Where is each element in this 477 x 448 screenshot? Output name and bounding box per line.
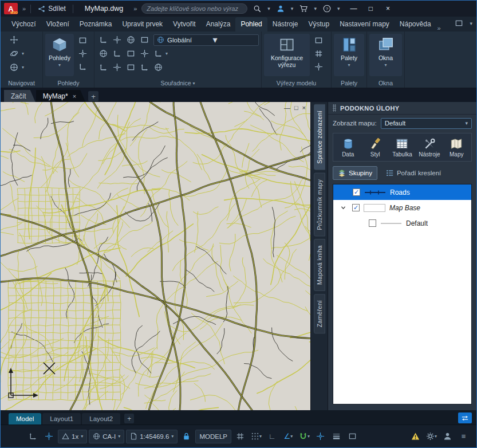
task-pane-grip[interactable]	[333, 104, 336, 112]
tab-vystup[interactable]: Výstup	[303, 17, 334, 32]
layout-tab-model[interactable]: Model	[9, 413, 41, 425]
graphics-performance-icon[interactable]	[408, 430, 423, 443]
tool-table-button[interactable]: Tabulka	[389, 136, 415, 159]
application-menu-button[interactable]: A M3D	[4, 3, 18, 14]
views-button[interactable]: Pohledy ▾	[45, 34, 74, 76]
share-button[interactable]: Sdílet	[34, 5, 69, 13]
store-caret-icon[interactable]: ▾	[313, 6, 317, 11]
help-icon[interactable]	[321, 2, 333, 15]
new-view-icon[interactable]	[76, 48, 89, 60]
panel-expand-caret-icon[interactable]: ▾	[193, 81, 195, 86]
ucs-world-icon[interactable]	[97, 48, 110, 60]
panel-label-views[interactable]: Pohledy	[43, 80, 94, 87]
close-button[interactable]: ×	[379, 1, 396, 17]
pan-icon[interactable]	[7, 34, 21, 46]
selection-cycling-toggle[interactable]	[345, 430, 360, 443]
layer-row-roads[interactable]: ✓ Roads	[333, 184, 471, 200]
side-tab-map-book[interactable]: Mapová kniha	[314, 239, 325, 291]
tab-vytvorit[interactable]: Vytvořit	[168, 17, 201, 32]
quick-access-expand-icon[interactable]: »	[21, 5, 27, 12]
grid-toggle[interactable]	[233, 430, 247, 443]
windows-button[interactable]: Okna ▾	[369, 34, 402, 76]
space-toggle-button[interactable]: MODELP	[195, 430, 231, 443]
ucs-y-rotate-icon[interactable]	[138, 61, 151, 73]
layout-tab-layout2[interactable]: Layout2	[82, 413, 120, 425]
cs-library-icon[interactable]	[124, 34, 137, 46]
ucs-x-rotate-icon[interactable]	[124, 61, 137, 73]
view-manager-icon[interactable]	[76, 34, 89, 46]
panel-label-navigate[interactable]: Navigovat	[1, 80, 42, 87]
drawing-minimize-icon[interactable]: —	[284, 105, 290, 111]
file-tab-start[interactable]: Začít	[4, 90, 36, 102]
tab-groups[interactable]: Skupiny	[333, 166, 377, 180]
ribbon-collapse-caret-icon[interactable]: ▾	[469, 21, 473, 26]
ucs-object-icon[interactable]	[111, 48, 124, 60]
file-tab-current[interactable]: MyMap* ×	[36, 90, 85, 102]
ucs-origin-icon[interactable]	[152, 48, 165, 60]
file-tab-close-icon[interactable]: ×	[73, 93, 76, 100]
lineweight-toggle[interactable]	[329, 430, 344, 443]
tab-vychozi[interactable]: Výchozí	[6, 17, 41, 32]
ucs-view-icon[interactable]	[138, 48, 151, 60]
help-caret-icon[interactable]: ▾	[337, 6, 341, 11]
layer-swatch-default[interactable]	[380, 219, 402, 227]
object-snap-tracking-toggle[interactable]	[313, 430, 328, 443]
steering-wheel-icon[interactable]	[7, 61, 21, 73]
drawing-restore-icon[interactable]: □	[294, 105, 298, 111]
tab-napoveda[interactable]: Nápověda	[395, 17, 436, 32]
tool-style-button[interactable]: Styl	[362, 136, 388, 159]
ucs-3point-icon[interactable]	[111, 61, 124, 73]
search-options-caret-icon[interactable]: ▾	[267, 6, 271, 11]
search-input[interactable]: Zadejte klíčové slovo nebo výraz	[141, 3, 247, 14]
tool-tools-button[interactable]: Nástroje	[417, 136, 442, 159]
drafting-settings-icon[interactable]	[42, 430, 56, 443]
workspace-switching-button[interactable]: ▾	[424, 430, 439, 443]
tab-upravit-prvek[interactable]: Upravit prvek	[117, 17, 168, 32]
app-store-cart-icon[interactable]	[297, 2, 310, 15]
side-tab-display-manager[interactable]: Správce zobrazení	[314, 104, 325, 170]
ortho-toggle[interactable]: ∟	[265, 430, 279, 443]
side-tab-map-explorer[interactable]: Průzkumník mapy	[314, 173, 325, 237]
tool-data-button[interactable]: Data	[336, 136, 361, 159]
ucs-caret-icon[interactable]: ▾	[165, 51, 168, 56]
new-drawing-button[interactable]: +	[88, 91, 98, 101]
panel-label-windows[interactable]: Okna	[367, 80, 404, 87]
side-tab-survey[interactable]: Zaměření	[314, 294, 325, 333]
tab-vlozeni[interactable]: Vložení	[41, 17, 74, 32]
object-snap-toggle[interactable]: ▾	[297, 430, 312, 443]
drawing-close-icon[interactable]: ×	[302, 105, 306, 111]
viewport-configuration-button[interactable]: Konfiguracevýřezu	[264, 34, 310, 76]
annotation-scale-button[interactable]: 1x ▾	[58, 430, 87, 443]
ucs-face-icon[interactable]	[124, 48, 137, 60]
named-views-icon[interactable]	[76, 61, 89, 73]
coordinate-system-combo[interactable]: Globální ▾	[153, 34, 259, 46]
scale-lock-toggle[interactable]	[179, 430, 194, 443]
ribbon-display-options-icon[interactable]	[452, 17, 466, 29]
tab-nastaveni-mapy[interactable]: Nastavení mapy	[334, 17, 395, 32]
tab-draw-order[interactable]: Pořadí kreslení	[381, 166, 446, 180]
cs-create-icon[interactable]	[111, 34, 124, 46]
panel-label-palettes[interactable]: Palety	[332, 80, 366, 87]
tab-analyza[interactable]: Analýza	[201, 17, 236, 32]
expand-chevron-icon[interactable]	[338, 205, 348, 211]
layer-checkbox-default[interactable]	[369, 219, 376, 227]
customization-menu-button[interactable]: ≡	[456, 430, 471, 443]
maximize-button[interactable]: □	[362, 1, 379, 17]
ucs-z-axis-icon[interactable]	[97, 61, 110, 73]
tool-maps-button[interactable]: Mapy	[444, 136, 469, 159]
ucs-named-icon[interactable]	[152, 61, 165, 73]
panel-label-coordinates[interactable]: Souřadnice ▾	[94, 80, 261, 87]
minimize-button[interactable]: —	[345, 1, 362, 17]
drawing-canvas[interactable]: — □ ×	[1, 102, 310, 410]
layer-row-default[interactable]: Default	[333, 215, 471, 231]
layer-checkbox-roads[interactable]: ✓	[353, 188, 360, 196]
layer-swatch-roads[interactable]	[364, 188, 386, 197]
viewport-join-icon[interactable]	[312, 48, 325, 60]
display-map-select[interactable]: Default ▾	[381, 118, 472, 129]
layer-checkbox-map-base[interactable]: ✓	[352, 204, 360, 211]
task-pane-toggle-button[interactable]	[458, 412, 472, 423]
layout-tab-layout1[interactable]: Layout1	[42, 413, 81, 425]
cs-track-icon[interactable]	[138, 34, 151, 46]
viewport-named-icon[interactable]	[312, 61, 325, 73]
wheel-caret-icon[interactable]: ▾	[22, 65, 24, 70]
